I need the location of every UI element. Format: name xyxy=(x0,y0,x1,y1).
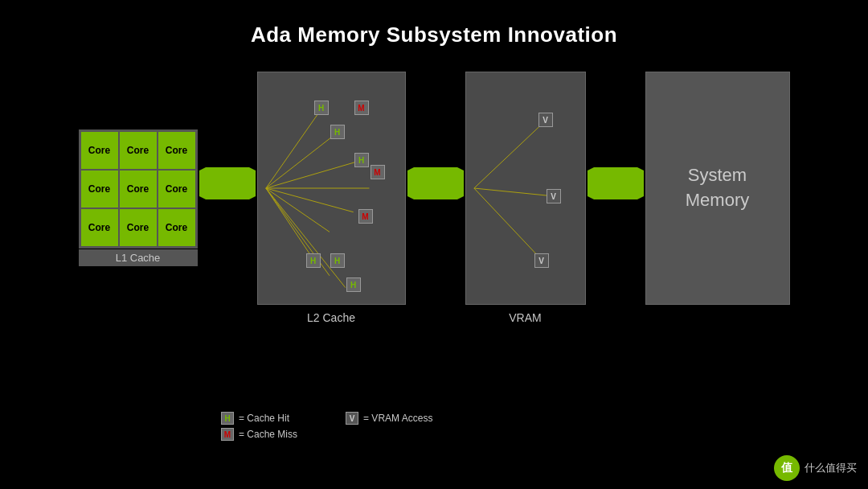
svg-line-3 xyxy=(265,109,321,188)
cache-miss-legend: M = Cache Miss xyxy=(221,428,297,441)
h-badge: H xyxy=(346,277,361,292)
sysmem-section: SystemMemory . xyxy=(645,72,790,324)
m-badge: M xyxy=(371,165,385,179)
svg-line-4 xyxy=(265,133,337,188)
watermark-area: 值 什么值得买 xyxy=(774,455,857,481)
h-badge: H xyxy=(330,253,345,268)
core-cell: Core xyxy=(120,132,157,169)
legend-area: H = Cache Hit M = Cache Miss V = VRAM Ac… xyxy=(221,412,432,441)
watermark-text: 什么值得买 xyxy=(805,461,857,475)
page-title: Ada Memory Subsystem Innovation xyxy=(0,0,868,47)
watermark-logo: 值 xyxy=(774,455,800,481)
core-cell: Core xyxy=(158,209,195,246)
core-cell: Core xyxy=(81,209,118,246)
sysmem-box: SystemMemory xyxy=(645,72,790,305)
core-cell: Core xyxy=(120,171,157,208)
arrow-l2-vram xyxy=(407,167,464,228)
svg-line-8 xyxy=(265,188,329,232)
l1-section: Core Core Core Core Core Core Core Core … xyxy=(79,129,198,266)
vram-access-label: = VRAM Access xyxy=(363,413,432,424)
svg-line-15 xyxy=(473,121,545,188)
l1-label: L1 Cache xyxy=(79,249,198,266)
h-badge: H xyxy=(354,153,369,167)
svg-line-17 xyxy=(473,188,541,260)
vram-box: V V V xyxy=(465,72,586,305)
l2-lines xyxy=(258,72,405,304)
diagram-area: Core Core Core Core Core Core Core Core … xyxy=(0,72,868,324)
arrow-vram-sysmem xyxy=(588,167,644,228)
v-badge: V xyxy=(547,189,561,203)
main-container: Ada Memory Subsystem Innovation Core Cor… xyxy=(0,0,868,324)
m-icon: M xyxy=(221,428,234,441)
arrow-l1-l2 xyxy=(199,167,256,228)
m-badge: M xyxy=(354,101,369,115)
core-cell: Core xyxy=(81,132,118,169)
svg-line-16 xyxy=(473,188,553,196)
cache-hit-label: = Cache Hit xyxy=(239,413,289,424)
h-icon: H xyxy=(221,412,234,425)
h-badge: H xyxy=(330,125,345,139)
h-badge: H xyxy=(306,253,321,268)
cache-miss-label: = Cache Miss xyxy=(239,429,297,440)
vram-access-legend: V = VRAM Access xyxy=(346,412,432,425)
h-badge: H xyxy=(314,101,329,115)
cache-hit-legend: H = Cache Hit xyxy=(221,412,297,425)
v-badge: V xyxy=(538,113,553,127)
svg-line-5 xyxy=(265,160,361,188)
l2-section: H H H H H H M M M L2 Cache xyxy=(257,72,406,324)
sysmem-label: SystemMemory xyxy=(686,163,749,213)
svg-line-11 xyxy=(265,188,345,288)
v-icon: V xyxy=(346,412,358,425)
l2-box: H H H H H H M M M xyxy=(257,72,406,305)
core-cell: Core xyxy=(158,171,195,208)
l2-label: L2 Cache xyxy=(307,311,355,324)
core-cell: Core xyxy=(81,171,118,208)
core-cell: Core xyxy=(120,209,157,246)
vram-legend: V = VRAM Access xyxy=(346,412,432,441)
vram-section: V V V VRAM xyxy=(465,72,586,324)
core-cell: Core xyxy=(158,132,195,169)
m-badge: M xyxy=(358,209,373,224)
v-badge: V xyxy=(534,253,549,268)
vram-label: VRAM xyxy=(509,311,541,324)
l2-legend: H = Cache Hit M = Cache Miss xyxy=(221,412,297,441)
cores-grid: Core Core Core Core Core Core Core Core … xyxy=(79,129,198,249)
